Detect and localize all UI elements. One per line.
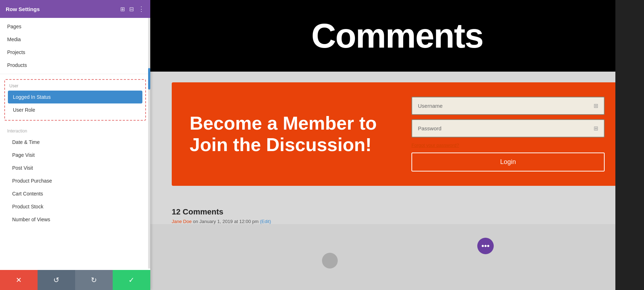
bottom-toolbar: ✕ ↺ ↻ ✓ xyxy=(0,270,150,290)
menu-item-media[interactable]: Media xyxy=(0,33,150,46)
edit-link[interactable]: (Edit) xyxy=(260,219,271,224)
number-of-views-item[interactable]: Number of Views xyxy=(7,213,143,226)
login-button[interactable]: Login xyxy=(411,153,605,171)
ellipsis-icon: ••• xyxy=(481,241,489,251)
cart-contents-item[interactable]: Cart Contents xyxy=(7,187,143,200)
membership-form: Username ⊞ Password ⊞ Forgot your passwo… xyxy=(411,97,605,171)
password-placeholder: Password xyxy=(418,125,441,131)
save-button[interactable]: ✓ xyxy=(113,270,150,290)
user-role-item[interactable]: User Role xyxy=(8,103,142,116)
interaction-label: Interaction xyxy=(7,129,143,134)
username-icon: ⊞ xyxy=(594,102,598,109)
collapse-icon[interactable]: ⊟ xyxy=(129,6,134,13)
scroll-thumb[interactable] xyxy=(148,68,150,90)
product-purchase-item[interactable]: Product Purchase xyxy=(7,174,143,187)
comments-title: Comments xyxy=(311,16,483,55)
main-content: Become a Member to Join the Discussion! … xyxy=(150,72,644,207)
purple-dot-button[interactable]: ••• xyxy=(477,238,494,254)
menu-item-products[interactable]: Products xyxy=(0,59,150,72)
menu-item-projects[interactable]: Projects xyxy=(0,46,150,59)
comments-hero: Comments xyxy=(150,0,644,72)
user-section-label: User xyxy=(8,83,142,91)
panel-title: Row Settings xyxy=(6,6,40,12)
comment-meta: on January 1, 2019 at 12:00 pm xyxy=(193,219,260,224)
password-input[interactable]: Password ⊞ xyxy=(411,119,605,137)
password-icon: ⊞ xyxy=(594,125,598,132)
forgot-password-link[interactable]: Forgot your password? xyxy=(411,142,459,148)
page-visit-item[interactable]: Page Visit xyxy=(7,149,143,161)
right-panel: Comments Become a Member to Join the Dis… xyxy=(150,0,644,290)
left-panel: Row Settings ⊞ ⊟ ⋮ Pages Media Projects … xyxy=(0,0,150,290)
username-placeholder: Username xyxy=(418,103,443,109)
right-edge-bar xyxy=(615,0,644,290)
scroll-track xyxy=(148,18,150,269)
top-menu: Pages Media Projects Products xyxy=(0,18,150,74)
username-input[interactable]: Username ⊞ xyxy=(411,97,605,115)
expand-icon[interactable]: ⊞ xyxy=(120,6,125,13)
panel-header-icons: ⊞ ⊟ ⋮ xyxy=(120,5,145,13)
redo-button[interactable]: ↻ xyxy=(75,270,113,290)
date-time-item[interactable]: Date & Time xyxy=(7,136,143,149)
user-section: User Logged In Status User Role xyxy=(4,79,146,121)
comment-author: Jane Doe on January 1, 2019 at 12:00 pm … xyxy=(172,219,623,224)
comments-count: 12 Comments xyxy=(172,207,623,217)
avatar xyxy=(322,253,338,269)
membership-text: Become a Member to Join the Discussion! xyxy=(190,113,383,156)
comments-section: 12 Comments Jane Doe on January 1, 2019 … xyxy=(150,207,644,224)
logged-in-status-item[interactable]: Logged In Status xyxy=(8,91,142,103)
product-stock-item[interactable]: Product Stock xyxy=(7,200,143,213)
menu-item-pages[interactable]: Pages xyxy=(0,20,150,33)
panel-header: Row Settings ⊞ ⊟ ⋮ xyxy=(0,0,150,18)
membership-box: Become a Member to Join the Discussion! … xyxy=(172,82,623,186)
interaction-section: Interaction Date & Time Page Visit Post … xyxy=(0,126,150,229)
post-visit-item[interactable]: Post Visit xyxy=(7,161,143,174)
cancel-button[interactable]: ✕ xyxy=(0,270,38,290)
panel-content: Pages Media Projects Products User Logge… xyxy=(0,18,150,270)
undo-button[interactable]: ↺ xyxy=(38,270,75,290)
comment-author-link[interactable]: Jane Doe xyxy=(172,219,192,224)
more-icon[interactable]: ⋮ xyxy=(138,5,145,13)
